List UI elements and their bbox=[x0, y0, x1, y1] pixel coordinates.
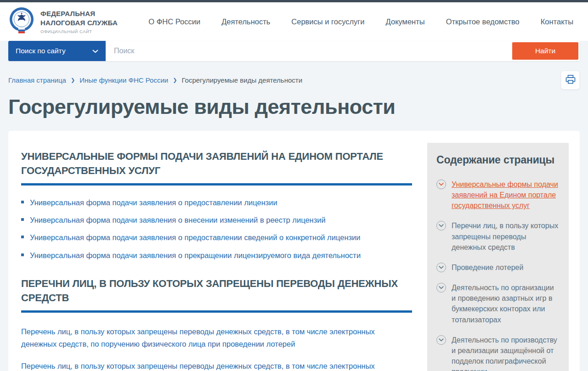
toc-item-lotteries: Проведение лотерей bbox=[436, 262, 560, 273]
chevron-right-icon: ❯ bbox=[168, 77, 181, 83]
toc-link-lotteries[interactable]: Проведение лотерей bbox=[452, 262, 523, 273]
search-submit-button[interactable]: Найти bbox=[512, 42, 578, 60]
square-bullet-icon bbox=[21, 201, 24, 203]
fns-logo[interactable]: ФЕДЕРАЛЬНАЯ НАЛОГОВАЯ СЛУЖБА ОФИЦИАЛЬНЫЙ… bbox=[9, 6, 118, 37]
nav-item-activity[interactable]: Деятельность bbox=[221, 17, 270, 26]
breadcrumb-current: Госрегулируемые виды деятельности bbox=[181, 76, 302, 84]
link-license-termination[interactable]: Универсальная форма подачи заявления о п… bbox=[30, 250, 361, 261]
site-header: ФЕДЕРАЛЬНАЯ НАЛОГОВАЯ СЛУЖБА ОФИЦИАЛЬНЫЙ… bbox=[0, 2, 588, 41]
toc-item-prohibited-transfers: Перечни лиц, в пользу которых запрещены … bbox=[436, 220, 560, 253]
logo-line2: НАЛОГОВАЯ СЛУЖБА bbox=[40, 19, 118, 27]
square-bullet-icon bbox=[21, 253, 24, 256]
search-input[interactable] bbox=[106, 41, 511, 61]
list-item: Универсальная форма подачи заявления о п… bbox=[21, 197, 412, 208]
printer-icon bbox=[565, 75, 576, 85]
list-item: Универсальная форма подачи заявления о в… bbox=[21, 215, 412, 225]
link-license-grant[interactable]: Универсальная форма подачи заявления о п… bbox=[30, 197, 277, 208]
search-scope-dropdown[interactable]: Поиск по сайту bbox=[8, 41, 106, 61]
breadcrumb-row: Главная страница ❯ Иные функции ФНС Росс… bbox=[8, 70, 580, 90]
breadcrumb: Главная страница ❯ Иные функции ФНС Росс… bbox=[8, 76, 302, 84]
logo-subtitle: ОФИЦИАЛЬНЫЙ САЙТ bbox=[40, 29, 118, 34]
main-nav: О ФНС России Деятельность Сервисы и госу… bbox=[148, 17, 579, 26]
chevron-right-icon: ❯ bbox=[66, 77, 79, 83]
list-item: Универсальная форма подачи заявления о п… bbox=[21, 232, 412, 243]
search-bar: Поиск по сайту Найти bbox=[8, 41, 580, 61]
page-title: Госрегулируемые виды деятельности bbox=[8, 95, 580, 119]
toc-link-printing-production[interactable]: Деятельность по производству и реализаци… bbox=[452, 335, 560, 371]
page-contents-sidebar: Содержание страницы Универсальные формы … bbox=[427, 143, 569, 371]
section-rule bbox=[21, 310, 412, 313]
chevron-down-circle-icon[interactable] bbox=[436, 221, 446, 230]
universal-forms-link-list: Универсальная форма подачи заявления о п… bbox=[21, 197, 412, 260]
toc-item-universal-forms: Универсальные формы подачи заявлений на … bbox=[436, 179, 560, 211]
main-card: УНИВЕРСАЛЬНЫЕ ФОРМЫ ПОДАЧИ ЗАЯВЛЕНИЙ НА … bbox=[8, 131, 580, 371]
section-heading-universal-forms: УНИВЕРСАЛЬНЫЕ ФОРМЫ ПОДАЧИ ЗАЯВЛЕНИЙ НА … bbox=[21, 149, 412, 178]
prohibited-transfers-links: Перечень лиц, в пользу которых запрещены… bbox=[21, 326, 412, 371]
link-gambling-list[interactable]: Перечень лиц, в пользу которых запрещены… bbox=[21, 360, 389, 371]
chevron-down-icon bbox=[92, 47, 98, 55]
print-button[interactable] bbox=[561, 71, 580, 90]
toc-link-gambling[interactable]: Деятельность по организации и проведению… bbox=[452, 282, 560, 325]
toc-list: Универсальные формы подачи заявлений на … bbox=[436, 179, 560, 371]
nav-item-about[interactable]: О ФНС России bbox=[148, 17, 200, 26]
breadcrumb-home[interactable]: Главная страница bbox=[8, 76, 66, 84]
chevron-down-circle-icon[interactable] bbox=[436, 263, 446, 272]
search-scope-label: Поиск по сайту bbox=[16, 47, 66, 55]
nav-item-open-agency[interactable]: Открытое ведомство bbox=[446, 17, 520, 26]
chevron-down-circle-icon[interactable] bbox=[436, 335, 446, 345]
nav-item-services[interactable]: Сервисы и госуслуги bbox=[291, 17, 364, 26]
link-license-info[interactable]: Универсальная форма подачи заявления о п… bbox=[30, 232, 361, 243]
link-lottery-list[interactable]: Перечень лиц, в пользу которых запрещены… bbox=[21, 326, 389, 350]
toc-item-printing-production: Деятельность по производству и реализаци… bbox=[436, 335, 560, 371]
sidebar-title: Содержание страницы bbox=[436, 154, 560, 166]
nav-item-contacts[interactable]: Контакты bbox=[541, 17, 573, 26]
logo-text: ФЕДЕРАЛЬНАЯ НАЛОГОВАЯ СЛУЖБА ОФИЦИАЛЬНЫЙ… bbox=[40, 9, 118, 34]
nav-item-documents[interactable]: Документы bbox=[386, 17, 425, 26]
toc-link-universal-forms[interactable]: Универсальные формы подачи заявлений на … bbox=[452, 179, 560, 211]
toc-link-prohibited-transfers[interactable]: Перечни лиц, в пользу которых запрещены … bbox=[452, 220, 560, 253]
section-heading-prohibited-transfers: ПЕРЕЧНИ ЛИЦ, В ПОЛЬЗУ КОТОРЫХ ЗАПРЕЩЕНЫ … bbox=[21, 276, 412, 305]
link-license-registry-change[interactable]: Универсальная форма подачи заявления о в… bbox=[30, 215, 326, 225]
fns-emblem-icon bbox=[9, 6, 34, 37]
section-rule bbox=[21, 183, 412, 186]
chevron-down-circle-icon[interactable] bbox=[436, 283, 446, 292]
logo-line1: ФЕДЕРАЛЬНАЯ bbox=[40, 10, 95, 17]
breadcrumb-other-functions[interactable]: Иные функции ФНС России bbox=[79, 76, 168, 84]
square-bullet-icon bbox=[21, 236, 24, 238]
chevron-down-circle-icon[interactable] bbox=[436, 180, 446, 189]
list-item: Универсальная форма подачи заявления о п… bbox=[21, 250, 412, 261]
square-bullet-icon bbox=[21, 218, 24, 221]
page-content: УНИВЕРСАЛЬНЫЕ ФОРМЫ ПОДАЧИ ЗАЯВЛЕНИЙ НА … bbox=[21, 143, 412, 371]
toc-item-gambling: Деятельность по организации и проведению… bbox=[436, 282, 560, 325]
